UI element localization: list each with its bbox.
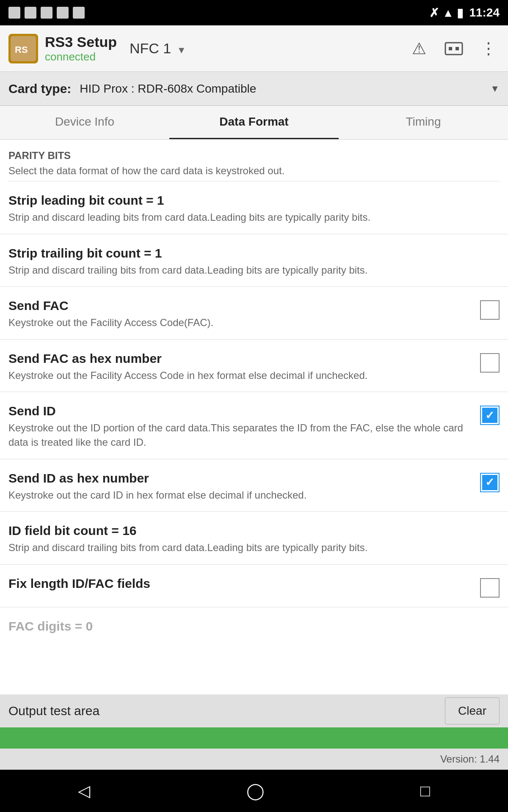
icon2 <box>25 7 36 19</box>
connection-status: connected <box>45 50 117 63</box>
setting-strip-trailing-text: Strip trailing bit count = 1 Strip and d… <box>8 246 491 277</box>
setting-fix-length[interactable]: Fix length ID/FAC fields <box>0 565 508 607</box>
setting-send-fac-hex[interactable]: Send FAC as hex number Keystroke out the… <box>0 340 508 392</box>
setting-send-id-hex[interactable]: Send ID as hex number Keystroke out the … <box>0 459 508 512</box>
setting-id-bit-count[interactable]: ID field bit count = 16 Strip and discar… <box>0 512 508 565</box>
app-title: RS3 Setup <box>45 34 117 50</box>
app-logo: RS <box>8 34 38 63</box>
icon1 <box>8 7 20 19</box>
setting-send-id-hex-text: Send ID as hex number Keystroke out the … <box>8 471 472 502</box>
setting-strip-trailing-desc: Strip and discard trailing bits from car… <box>8 263 491 277</box>
setting-fix-length-text: Fix length ID/FAC fields <box>8 576 472 593</box>
main-content: PARITY BITS Select the data format of ho… <box>0 140 508 727</box>
bottom-bar: Output test area Clear Version: 1.44 <box>0 694 508 770</box>
setting-fac-digits-title: FAC digits = 0 <box>8 619 491 634</box>
nav-bar: ◁ ◯ □ <box>0 770 508 812</box>
setting-id-bit-count-desc: Strip and discard trailing bits from car… <box>8 540 491 555</box>
setting-send-fac-hex-desc: Keystroke out the Facility Access Code i… <box>8 368 472 383</box>
clear-button[interactable]: Clear <box>445 697 500 724</box>
fix-length-checkbox[interactable] <box>480 578 500 598</box>
connect-icon[interactable] <box>443 38 465 60</box>
close-icon[interactable]: ⚠ <box>408 38 430 60</box>
svg-text:RS: RS <box>15 44 28 55</box>
setting-id-bit-count-title: ID field bit count = 16 <box>8 524 491 538</box>
setting-strip-leading-text: Strip leading bit count = 1 Strip and di… <box>8 193 491 225</box>
app-title-block: RS3 Setup connected <box>45 34 117 63</box>
setting-strip-leading[interactable]: Strip leading bit count = 1 Strip and di… <box>0 181 508 234</box>
setting-send-id-title: Send ID <box>8 404 472 418</box>
setting-send-fac-text: Send FAC Keystroke out the Facility Acce… <box>8 299 472 330</box>
tab-timing[interactable]: Timing <box>339 105 508 139</box>
battery-icon: ▮ <box>457 6 463 20</box>
section-description: Select the data format of how the card d… <box>8 165 500 177</box>
setting-send-id-hex-title: Send ID as hex number <box>8 471 472 486</box>
setting-send-fac-hex-text: Send FAC as hex number Keystroke out the… <box>8 351 472 383</box>
status-icons-right: ✗ ▴ ▮ 11:24 <box>429 6 500 20</box>
setting-send-id-desc: Keystroke out the ID portion of the card… <box>8 421 472 449</box>
status-icons-left <box>8 7 85 19</box>
icon5 <box>73 7 85 19</box>
header-actions: ⚠ ⋮ <box>408 38 500 60</box>
setting-fix-length-title: Fix length ID/FAC fields <box>8 576 472 591</box>
send-fac-checkbox[interactable] <box>480 300 500 320</box>
setting-send-id[interactable]: Send ID Keystroke out the ID portion of … <box>0 392 508 459</box>
section-title: PARITY BITS <box>8 150 500 162</box>
card-type-label: Card type: <box>8 82 71 96</box>
setting-send-id-text: Send ID Keystroke out the ID portion of … <box>8 404 472 449</box>
setting-send-fac-title: Send FAC <box>8 299 472 313</box>
icon4 <box>57 7 69 19</box>
tab-bar: Device Info Data Format Timing <box>0 106 508 140</box>
setting-fac-digits-text: FAC digits = 0 <box>8 619 491 634</box>
setting-send-fac-hex-title: Send FAC as hex number <box>8 351 472 366</box>
nav-recent-icon[interactable]: □ <box>420 782 430 800</box>
nfc-label[interactable]: NFC 1 ▼ <box>130 40 186 57</box>
setting-send-fac[interactable]: Send FAC Keystroke out the Facility Acce… <box>0 287 508 340</box>
nav-home-icon[interactable]: ◯ <box>246 782 265 800</box>
send-id-checkbox[interactable] <box>480 406 500 425</box>
setting-strip-leading-title: Strip leading bit count = 1 <box>8 193 491 208</box>
send-id-hex-checkbox[interactable] <box>480 473 500 492</box>
time-display: 11:24 <box>469 6 500 19</box>
version-text: Version: 1.44 <box>440 753 500 765</box>
section-header: PARITY BITS Select the data format of ho… <box>0 140 508 181</box>
status-bar: ✗ ▴ ▮ 11:24 <box>0 0 508 25</box>
tab-data-format[interactable]: Data Format <box>169 105 339 139</box>
nfc-dropdown-arrow: ▼ <box>177 45 186 55</box>
setting-fac-digits-partial: FAC digits = 0 <box>0 607 508 634</box>
send-id-check-mark <box>482 408 497 423</box>
setting-strip-trailing[interactable]: Strip trailing bit count = 1 Strip and d… <box>0 234 508 287</box>
header: RS RS3 Setup connected NFC 1 ▼ ⚠ ⋮ <box>0 25 508 72</box>
output-test-area: Output test area Clear <box>0 694 508 727</box>
bluetooth-icon: ✗ <box>429 6 439 20</box>
card-type-bar[interactable]: Card type: HID Prox : RDR-608x Compatibl… <box>0 72 508 106</box>
nav-back-icon[interactable]: ◁ <box>78 782 90 800</box>
setting-send-fac-desc: Keystroke out the Facility Access Code(F… <box>8 315 472 330</box>
send-id-hex-check-mark <box>482 475 497 490</box>
setting-send-id-hex-desc: Keystroke out the card ID in hex format … <box>8 488 472 502</box>
svg-rect-2 <box>445 43 462 55</box>
setting-strip-trailing-title: Strip trailing bit count = 1 <box>8 246 491 261</box>
card-type-dropdown-arrow: ▼ <box>490 83 500 94</box>
more-options-icon[interactable]: ⋮ <box>478 38 500 60</box>
output-label: Output test area <box>8 704 99 718</box>
tab-device-info[interactable]: Device Info <box>0 105 169 139</box>
setting-id-bit-count-text: ID field bit count = 16 Strip and discar… <box>8 524 491 555</box>
icon3 <box>41 7 52 19</box>
svg-rect-4 <box>456 47 459 50</box>
svg-rect-3 <box>449 47 452 50</box>
setting-strip-leading-desc: Strip and discard leading bits from card… <box>8 210 491 225</box>
card-type-value: HID Prox : RDR-608x Compatible <box>80 82 256 96</box>
card-type-selector[interactable]: HID Prox : RDR-608x Compatible ▼ <box>80 77 500 101</box>
send-fac-hex-checkbox[interactable] <box>480 353 500 373</box>
wifi-icon: ▴ <box>445 6 451 20</box>
version-bar: Version: 1.44 <box>0 749 508 770</box>
green-indicator-bar <box>0 727 508 749</box>
